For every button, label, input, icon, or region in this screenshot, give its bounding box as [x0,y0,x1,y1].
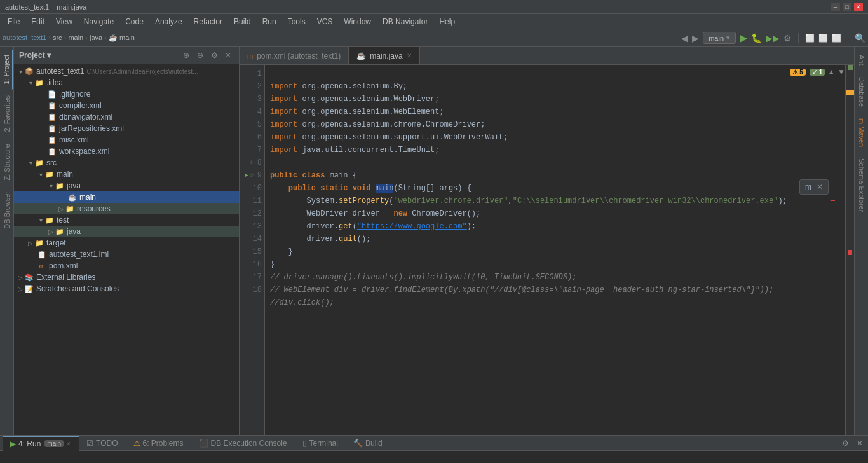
tree-item-java-dir[interactable]: ▾ 📁 java [14,180,239,191]
tree-item-idea[interactable]: ▾ 📁 .idea [14,77,239,88]
tree-item-src[interactable]: ▾ 📁 src [14,157,239,169]
vcs-button[interactable]: ⬜ [818,34,828,43]
tree-item-iml[interactable]: 📋 autotest_text1.iml [14,249,239,260]
maximize-button[interactable]: □ [843,3,851,11]
minimize-button[interactable]: ─ [831,3,840,11]
tree-item-scratches[interactable]: ▷ 📝 Scratches and Consoles [14,283,239,294]
tree-item-jarrepos[interactable]: 📋 jarRepositories.xml [14,123,239,134]
navigate-up-button[interactable]: ▲ [827,67,835,76]
ok-badge[interactable]: ✓ 1 [810,69,825,76]
bottom-tab-run[interactable]: ▶ 4: Run main ✕ [3,436,79,451]
xml-icon: 📋 [47,146,57,156]
tree-item-gitignore[interactable]: 📄 .gitignore [14,88,239,100]
inline-popup: m ✕ [799,179,829,195]
sdk-button[interactable]: ⬜ [805,34,815,43]
right-tab-ant[interactable]: Ant [856,50,867,71]
run-button[interactable]: ▶ [740,32,747,44]
tree-item-resources[interactable]: ▷ 📁 resources [14,203,239,214]
line-num: 12 [253,209,262,218]
breadcrumb-project[interactable]: autotest_text1 [3,34,46,41]
menu-item-code[interactable]: Code [120,16,149,27]
warning-badge[interactable]: ⚠ 5 [790,69,806,76]
library-icon: 📚 [24,272,34,282]
tree-item-pom[interactable]: m pom.xml [14,260,239,272]
tree-item-label: src [46,158,57,167]
menu-item-analyze[interactable]: Analyze [150,16,187,27]
menu-item-vcs[interactable]: VCS [312,16,338,27]
bottom-tab-terminal[interactable]: ▯ Terminal [295,436,346,451]
bottom-tab-db[interactable]: ⬛ DB Execution Console [191,436,295,451]
fold-icon[interactable]: ▷ [251,169,255,182]
right-tab-maven[interactable]: m Maven [856,113,867,152]
sidebar-tab-favorites[interactable]: 2: Favorites [1,90,13,137]
menu-item-tools[interactable]: Tools [283,16,311,27]
nav-forward-button[interactable]: ▶ [692,33,699,43]
run-tab-close[interactable]: ✕ [66,441,71,447]
run-gutter-icon[interactable]: ▶ [245,169,248,182]
menu-item-build[interactable]: Build [229,16,256,27]
editor-tabs: m pom.xml (autotest_text1) ☕ main.java ✕ [240,47,854,65]
debug-button[interactable]: 🐛 [751,33,762,43]
line-num: 8 [257,156,262,169]
right-tab-schema[interactable]: Schema Explorer [856,153,867,217]
nav-back-button[interactable]: ◀ [681,33,688,43]
menu-item-file[interactable]: File [3,16,25,27]
coverage-button[interactable]: ▶▶ [766,33,780,43]
tree-item-ext-libs[interactable]: ▷ 📚 External Libraries [14,272,239,283]
close-panel-button[interactable]: ✕ [222,50,234,61]
menu-item-window[interactable]: Window [339,16,376,27]
menu-item-refactor[interactable]: Refactor [189,16,227,27]
menu-item-edit[interactable]: Edit [26,16,50,27]
tree-item-main-java[interactable]: ☕ main [14,191,239,203]
tree-item-target[interactable]: ▷ 📁 target [14,237,239,249]
tab-close-button[interactable]: ✕ [407,52,412,59]
right-tab-database[interactable]: Database [856,72,867,112]
git-button[interactable]: ⬜ [832,34,841,43]
breadcrumb-java[interactable]: java [90,34,102,41]
editor-area: m pom.xml (autotest_text1) ☕ main.java ✕… [240,47,854,435]
bottom-tab-problems[interactable]: ⚠ 6: Problems [126,436,191,451]
run-config-selector[interactable]: main ▾ [703,32,736,44]
navigation-bar: autotest_text1 › src › main › java › ☕ m… [3,29,865,47]
tree-item-misc[interactable]: 📋 misc.xml [14,134,239,146]
tree-item-dbnavigator[interactable]: 📋 dbnavigator.xml [14,111,239,123]
tree-item-main-dir[interactable]: ▾ 📁 main [14,169,239,180]
bottom-settings-button[interactable]: ⚙ [839,439,851,448]
line-num: 3 [257,95,262,104]
tree-item-test-java[interactable]: ▷ 📁 java [14,226,239,237]
gutter-warning-marker [846,90,854,95]
menu-item-view[interactable]: View [51,16,78,27]
fold-icon[interactable]: ▷ [251,156,255,169]
popup-close-button[interactable]: ✕ [817,183,823,191]
bottom-tab-todo[interactable]: ☑ TODO [79,436,125,451]
tree-item-root[interactable]: ▾ 📦 autotest_text1 C:\Users\Admin\IdeaPr… [14,66,239,77]
settings-button[interactable]: ⚙ [208,50,220,61]
search-everywhere-button[interactable]: 🔍 [855,33,865,43]
expand-all-button[interactable]: ⊕ [180,50,192,61]
breadcrumb-src[interactable]: src [53,34,62,41]
menu-item-run[interactable]: Run [257,16,281,27]
menu-item-navigate[interactable]: Navigate [79,16,119,27]
line-num: 13 [253,222,262,231]
tab-pom-xml[interactable]: m pom.xml (autotest_text1) [240,47,349,64]
tree-item-compiler[interactable]: 📋 compiler.xml [14,100,239,111]
tree-item-workspace[interactable]: 📋 workspace.xml [14,146,239,157]
code-editor[interactable]: import org.openqa.selenium.By; import or… [265,65,845,435]
collapse-all-button[interactable]: ⊖ [194,50,206,61]
more-run-button[interactable]: ⚙ [783,33,792,43]
menu-item-help[interactable]: Help [434,16,460,27]
navigate-down-button[interactable]: ▼ [837,67,845,76]
menu-item-db navigator[interactable]: DB Navigator [377,16,433,27]
tab-main-java[interactable]: ☕ main.java ✕ [349,47,419,64]
bottom-close-button[interactable]: ✕ [854,439,865,448]
chevron-icon: ▾ [37,171,44,178]
sidebar-tab-structure[interactable]: Z: Structure [1,139,13,185]
sidebar-tab-project[interactable]: 1: Project [1,50,13,89]
close-button[interactable]: ✕ [854,3,863,11]
sidebar-tab-db-browser[interactable]: DB Browser [1,186,13,234]
breadcrumb-file[interactable]: ☕ main [109,34,135,41]
tree-item-label: jarRepositories.xml [59,124,124,133]
tree-item-test-dir[interactable]: ▾ 📁 test [14,214,239,226]
breadcrumb-main[interactable]: main [68,34,83,41]
bottom-tab-build[interactable]: 🔨 Build [346,436,390,451]
